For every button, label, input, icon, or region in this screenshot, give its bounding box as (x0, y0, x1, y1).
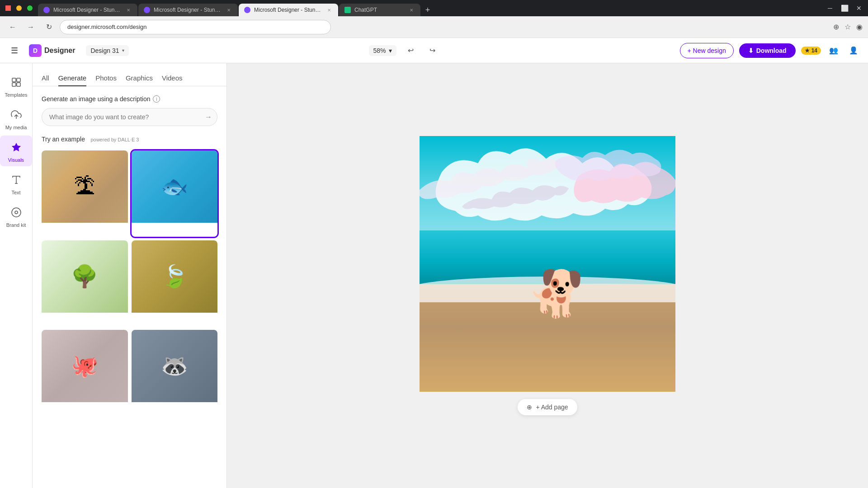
example-image-3[interactable]: 🌳 (42, 240, 128, 327)
tab-1[interactable]: Microsoft Designer - Stunning ... ✕ (38, 4, 137, 16)
app-header: ☰ D Designer Design 31 ▾ 58% ▾ ↩ ↪ + New… (0, 38, 868, 63)
tab-close-1[interactable]: ✕ (125, 6, 132, 14)
info-icon[interactable]: i (153, 95, 160, 103)
tab-4[interactable]: ChatGPT ✕ (339, 4, 420, 16)
example-image-6[interactable]: 🦝 (132, 330, 218, 416)
svg-rect-3 (17, 83, 20, 86)
restore-window[interactable]: ⬜ (839, 3, 850, 14)
address-input[interactable]: designer.microsoft.com/design (60, 20, 331, 34)
canvas-container: 🐕 (420, 136, 675, 392)
left-sidebar: Templates My media Visuals (0, 63, 33, 488)
tab-graphics[interactable]: Graphics (126, 70, 153, 86)
app: ☰ D Designer Design 31 ▾ 58% ▾ ↩ ↪ + New… (0, 38, 868, 488)
back-button[interactable]: ← (5, 20, 20, 34)
browser-close[interactable] (5, 5, 11, 11)
new-design-button[interactable]: + New design (680, 43, 734, 58)
account-button[interactable]: 👤 (846, 43, 861, 58)
visuals-icon (8, 139, 24, 155)
zoom-level: 58% (373, 47, 386, 54)
example-image-4[interactable]: 🍃 (132, 240, 218, 327)
main-content: Templates My media Visuals (0, 63, 868, 488)
tab-2[interactable]: Microsoft Designer - Stunning ... ✕ (138, 4, 238, 16)
zoom-control[interactable]: 58% ▾ (369, 45, 396, 56)
tab-favicon-4 (344, 7, 351, 13)
download-label: Download (756, 47, 787, 54)
generate-input-container: → (42, 108, 217, 126)
tab-close-3[interactable]: ✕ (326, 6, 333, 14)
sidebar-item-templates[interactable]: Templates (0, 70, 32, 101)
reload-button[interactable]: ↻ (42, 20, 56, 34)
logo-icon: D (29, 44, 42, 57)
example-image-2[interactable]: 🐟 (132, 150, 218, 237)
add-page-label: + Add page (536, 404, 568, 411)
zoom-chevron-icon: ▾ (389, 47, 392, 54)
design-name-button[interactable]: Design 31 ▾ (86, 45, 128, 56)
tab-label-1: Microsoft Designer - Stunning ... (53, 7, 121, 13)
media-label: My media (5, 125, 27, 130)
text-icon (8, 172, 24, 188)
sidebar-item-media[interactable]: My media (0, 103, 32, 134)
sidebar-item-brand[interactable]: Brand kit (0, 201, 32, 231)
canvas-area: 🐕 ⊕ + Add page (227, 63, 868, 488)
svg-point-9 (15, 211, 18, 214)
svg-marker-5 (12, 143, 21, 151)
panel-content: Generate an image using a description i … (33, 86, 226, 488)
submit-arrow-icon[interactable]: → (205, 113, 212, 121)
tab-bar: Microsoft Designer - Stunning ... ✕ Micr… (38, 0, 434, 16)
tab-3[interactable]: Microsoft Designer - Stunning ... ✕ (239, 4, 338, 16)
generate-input[interactable] (42, 108, 217, 126)
panel-tabs: All Generate Photos Graphics Videos (33, 63, 226, 86)
panel: All Generate Photos Graphics Videos Gene… (33, 63, 227, 488)
example-image-5[interactable]: 🐙 (42, 330, 128, 416)
add-page-button[interactable]: ⊕ + Add page (518, 399, 577, 415)
sidebar-item-text[interactable]: Text (0, 168, 32, 199)
svg-point-8 (12, 208, 21, 217)
undo-button[interactable]: ↩ (404, 43, 418, 58)
minimize-window[interactable]: ─ (825, 3, 835, 14)
generate-title: Generate an image using a description i (42, 95, 217, 103)
tab-label-2: Microsoft Designer - Stunning ... (154, 7, 222, 13)
download-icon: ⬇ (748, 47, 754, 54)
dog-image: 🐕 (527, 267, 584, 320)
example-image-grid: 🏝 🐟 🌳 🍃 🐙 (42, 150, 217, 416)
forward-button[interactable]: → (24, 20, 38, 34)
star-icon: ★ (805, 47, 810, 54)
redo-button[interactable]: ↪ (425, 43, 440, 58)
sidebar-item-visuals[interactable]: Visuals (0, 136, 32, 166)
visuals-label: Visuals (8, 157, 24, 163)
address-bar-right: ⊕ ☆ ◉ (833, 23, 863, 31)
try-example-label: Try an example (42, 136, 85, 143)
designer-logo: D Designer (29, 44, 75, 57)
templates-icon (8, 74, 24, 90)
hamburger-button[interactable]: ☰ (7, 43, 22, 58)
canvas-scene[interactable]: 🐕 (420, 136, 675, 392)
media-icon (8, 107, 24, 123)
tab-generate[interactable]: Generate (58, 70, 87, 86)
header-right: + New design ⬇ Download ★ 14 👥 👤 (680, 43, 861, 58)
favorites-icon[interactable]: ☆ (844, 23, 851, 31)
browser-controls: ─ ⬜ ✕ (825, 3, 864, 14)
tab-videos[interactable]: Videos (162, 70, 183, 86)
example-image-1[interactable]: 🏝 (42, 150, 128, 237)
browser-maximize[interactable] (27, 5, 33, 11)
new-tab-button[interactable]: + (421, 4, 434, 16)
extensions-icon[interactable]: ⊕ (833, 23, 839, 31)
browser-minimize[interactable] (16, 5, 22, 11)
design-name-label: Design 31 (90, 47, 119, 54)
download-button[interactable]: ⬇ Download (739, 43, 796, 58)
tab-close-2[interactable]: ✕ (225, 6, 232, 14)
tab-label-3: Microsoft Designer - Stunning ... (254, 7, 322, 13)
tab-photos[interactable]: Photos (95, 70, 117, 86)
svg-rect-2 (12, 83, 16, 86)
share-button[interactable]: 👥 (826, 43, 841, 58)
text-label: Text (11, 190, 20, 195)
profile-icon[interactable]: ◉ (856, 23, 863, 31)
tab-all[interactable]: All (42, 70, 49, 86)
new-design-label: + New design (688, 47, 726, 54)
add-page-icon: ⊕ (527, 404, 532, 411)
close-window[interactable]: ✕ (854, 3, 864, 14)
brand-label: Brand kit (6, 222, 26, 228)
browser-chrome: Microsoft Designer - Stunning ... ✕ Micr… (0, 0, 868, 16)
tab-close-4[interactable]: ✕ (408, 6, 415, 14)
address-bar-row: ← → ↻ designer.microsoft.com/design ⊕ ☆ … (0, 16, 868, 38)
